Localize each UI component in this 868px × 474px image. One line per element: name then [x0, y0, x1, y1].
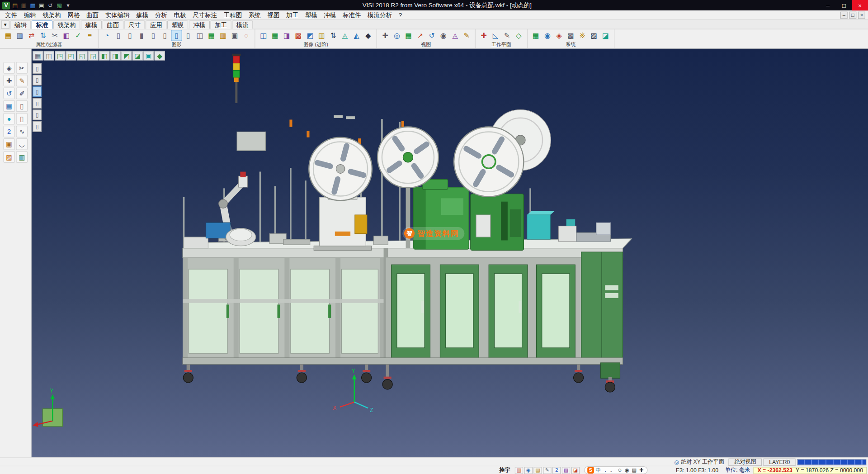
window-view-icon[interactable]: ◫: [44, 51, 54, 61]
new-doc-icon[interactable]: ▤: [11, 1, 19, 9]
rotate-view-icon[interactable]: ↺: [426, 30, 437, 41]
bottom-view-icon[interactable]: ◩: [121, 51, 132, 61]
toolbar-tab[interactable]: 尺寸: [124, 20, 145, 28]
grid-icon[interactable]: ▦: [206, 30, 217, 41]
ime-period-button[interactable]: 。: [609, 467, 615, 474]
menu-item[interactable]: 线架构: [39, 11, 64, 19]
palette2-icon[interactable]: ▨: [562, 467, 570, 474]
menu-item[interactable]: 模流分析: [364, 11, 396, 19]
gem-icon[interactable]: ◆: [363, 30, 373, 41]
display-mode-2-button[interactable]: ▯: [33, 75, 42, 85]
display-mode-6-button[interactable]: ▯: [33, 121, 42, 132]
mdi-restore-button[interactable]: □: [849, 11, 856, 19]
help2-icon[interactable]: 2: [552, 467, 561, 474]
compare-icon[interactable]: ⇅: [328, 30, 339, 41]
menu-item[interactable]: 尺寸标注: [189, 11, 221, 19]
sphere-icon[interactable]: ●: [3, 113, 15, 125]
error-log-icon[interactable]: ▥: [515, 467, 523, 474]
toolbar-tab[interactable]: 编辑: [10, 20, 31, 28]
menu-item[interactable]: 曲面: [83, 11, 102, 19]
ime-comma-button[interactable]: ，: [602, 467, 608, 474]
workplane-align-icon[interactable]: ◺: [490, 30, 501, 41]
mdi-close-button[interactable]: ×: [858, 11, 865, 19]
right-view-icon[interactable]: ◧: [99, 51, 109, 61]
toolbar-tab[interactable]: 塑膜: [167, 20, 189, 28]
macro-icon[interactable]: ※: [577, 30, 588, 41]
close-button[interactable]: ×: [852, 0, 868, 10]
menu-item[interactable]: 网格: [64, 11, 83, 19]
minimize-button[interactable]: –: [820, 0, 836, 10]
toolbar-tab[interactable]: 曲面: [103, 20, 124, 28]
menu-item[interactable]: 工程图: [220, 11, 245, 19]
globe-icon[interactable]: ◉: [542, 30, 553, 41]
display-mode-4-button[interactable]: ▯: [33, 98, 42, 109]
ghost-icon[interactable]: ▯: [148, 30, 159, 41]
point-icon[interactable]: ✚: [3, 75, 15, 86]
select-icon[interactable]: ◈: [3, 62, 15, 74]
view-target-icon[interactable]: ◉: [438, 30, 449, 41]
no-render-icon[interactable]: ◌: [241, 30, 252, 41]
toolbar-tab[interactable]: 模流: [232, 20, 253, 28]
ime-mic-button[interactable]: ◉: [624, 467, 630, 473]
layer-cell[interactable]: LAYER0: [764, 458, 796, 465]
workplane-indicator[interactable]: ◎ 绝对 XY 工作平面: [674, 458, 724, 466]
help-icon[interactable]: ▧: [55, 1, 63, 9]
menu-item[interactable]: 冲模: [321, 11, 340, 19]
menu-item[interactable]: 视图: [264, 11, 283, 19]
solid-icon[interactable]: ▮: [136, 30, 147, 41]
cut-icon[interactable]: ✂: [49, 30, 60, 41]
machine-assembly-scene[interactable]: Y X Z Y: [32, 49, 868, 458]
redraw-icon[interactable]: ✎: [461, 30, 472, 41]
toolbar-tab[interactable]: 加工: [210, 20, 231, 28]
menu-item[interactable]: 系统: [245, 11, 264, 19]
display-mode-3-button[interactable]: ▯: [33, 86, 42, 97]
lights-icon[interactable]: ▣: [229, 30, 240, 41]
render-icon[interactable]: ◫: [258, 30, 269, 41]
undo-icon[interactable]: ↺: [47, 1, 54, 9]
toolbar-tab[interactable]: 冲模: [189, 20, 210, 28]
menu-item[interactable]: 文件: [2, 11, 21, 19]
left-view-icon[interactable]: ◲: [88, 51, 99, 61]
folder-icon[interactable]: ▤: [533, 467, 542, 474]
menu-item[interactable]: 加工: [283, 11, 302, 19]
print-icon[interactable]: ▣: [38, 1, 45, 9]
menu-item[interactable]: 塑模: [302, 11, 321, 19]
menu-item[interactable]: 编辑: [20, 11, 39, 19]
plugins-icon[interactable]: ◈: [553, 30, 564, 41]
zoom-in-icon[interactable]: ↗: [415, 30, 425, 41]
swap-icon[interactable]: ⇄: [26, 30, 37, 41]
ime-logo-icon[interactable]: S: [587, 467, 594, 474]
section-icon[interactable]: ◫: [194, 30, 205, 41]
options-icon[interactable]: ▩: [565, 30, 576, 41]
toolbar-tab[interactable]: 标准: [32, 20, 53, 28]
mdi-minimize-button[interactable]: –: [840, 11, 848, 19]
menu-item[interactable]: 实体编辑: [102, 11, 133, 19]
toolbar-tab[interactable]: 线架构: [53, 20, 80, 28]
ime-emoji-button[interactable]: ☺: [617, 467, 623, 473]
materials-icon[interactable]: ▦: [269, 30, 280, 41]
iso-view-icon[interactable]: ◳: [55, 51, 65, 61]
polyline-icon[interactable]: ✐: [16, 87, 28, 99]
ime-settings-button[interactable]: ✚: [638, 467, 644, 473]
workplane-show-icon[interactable]: ◇: [513, 30, 524, 41]
zoom-window-icon[interactable]: ▦: [403, 30, 414, 41]
theme-icon[interactable]: ◪: [600, 30, 611, 41]
workplane-new-icon[interactable]: ✚: [478, 30, 489, 41]
apply-icon[interactable]: ✓: [72, 30, 83, 41]
quick-access-dropdown-icon[interactable]: ▾: [64, 1, 72, 9]
cylinder-icon[interactable]: ▯: [16, 100, 28, 112]
flag-icon[interactable]: ◪: [571, 467, 580, 474]
dynamic-view-icon[interactable]: ▣: [143, 51, 154, 61]
transfer-icon[interactable]: ⇅: [38, 30, 48, 41]
line-icon[interactable]: ✎: [16, 75, 28, 86]
info-icon[interactable]: ◉: [524, 467, 533, 474]
workplane-edit-icon[interactable]: ✎: [501, 30, 512, 41]
trim-icon[interactable]: ✂: [16, 62, 28, 74]
ime-keyboard-button[interactable]: ▤: [631, 467, 637, 473]
mask-icon[interactable]: ◧: [61, 30, 72, 41]
hidden-line-icon[interactable]: ▯: [125, 30, 136, 41]
display-mode-5-button[interactable]: ▯: [33, 109, 42, 120]
menu-item[interactable]: 分析: [152, 11, 171, 19]
menu-item[interactable]: 建模: [133, 11, 152, 19]
arc-icon[interactable]: ◡: [16, 138, 28, 150]
